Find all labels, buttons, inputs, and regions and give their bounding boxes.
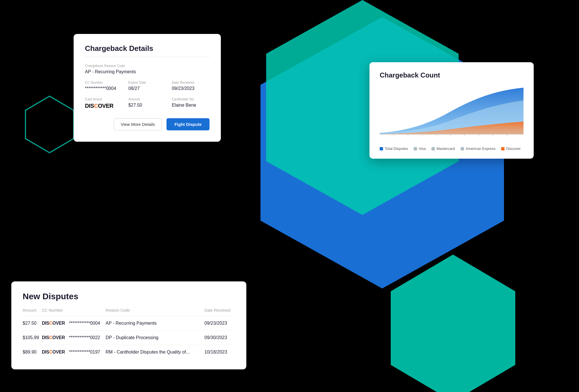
chargeback-details-card: Chargeback Details Chargeback Reason Cod… <box>74 34 221 142</box>
card-brand-field: Card brand DISCOVER <box>85 97 123 109</box>
expire-date-field: Expire Date 08/27 <box>128 81 166 91</box>
discover-badge-3: DISCOVER <box>42 350 65 354</box>
legend-dot-mastercard <box>431 147 435 150</box>
fight-dispute-button[interactable]: Fight Dispute <box>166 118 210 130</box>
row-1-reason: AP - Recurring Payments <box>106 316 204 331</box>
table-row[interactable]: $27.50 DISCOVER ************0004 AP - Re… <box>23 316 235 331</box>
card-divider <box>85 57 210 57</box>
amount-value: $27.50 <box>128 103 166 108</box>
legend-visa: Visa <box>414 147 426 151</box>
legend-mastercard: Mastercard <box>431 147 455 151</box>
legend-label-discover: Discover <box>506 147 521 151</box>
view-more-details-button[interactable]: View More Details <box>114 118 162 130</box>
discover-badge-1: DISCOVER <box>42 321 65 326</box>
row-3-date: 10/18/2023 <box>204 345 235 359</box>
legend-label-mastercard: Mastercard <box>437 147 455 151</box>
expire-date-label: Expire Date <box>128 81 166 85</box>
discover-badge-2: DISCOVER <box>42 335 65 340</box>
chart-legend: Total Disputes Visa Mastercard American … <box>380 147 524 151</box>
amount-label: Amount <box>128 97 166 101</box>
col-reason-code: Reason Code <box>106 308 204 316</box>
row-1-amount: $27.50 <box>23 316 42 331</box>
row-1-date: 09/23/2023 <box>204 316 235 331</box>
chart-area <box>380 85 524 141</box>
new-disputes-card: New Disputes Amount CC Number Reason Cod… <box>11 281 246 369</box>
legend-dot-discover <box>501 147 505 150</box>
row-2-cc: ************0022 <box>69 331 106 345</box>
field-row-3: Card brand DISCOVER Amount $27.50 Cardho… <box>85 97 210 109</box>
legend-label-visa: Visa <box>419 147 426 151</box>
card-actions: View More Details Fight Dispute <box>85 118 210 130</box>
reason-code-value: AP - Recurring Payments <box>85 69 210 74</box>
cardholder-field: Cardholder Na Elaine Bene <box>172 97 210 109</box>
legend-discover: Discover <box>501 147 521 151</box>
row-3-brand: DISCOVER <box>42 345 69 359</box>
cc-number-field: CC Number ************0004 <box>85 81 123 91</box>
date-received-label: Date Received <box>172 81 210 85</box>
amount-field: Amount $27.50 <box>128 97 166 109</box>
cc-number-value: ************0004 <box>85 86 123 91</box>
table-row[interactable]: $105.99 DISCOVER ************0022 DP - D… <box>23 331 235 345</box>
row-1-cc: ************0004 <box>69 316 106 331</box>
row-2-reason: DP - Duplicate Processing <box>106 331 204 345</box>
card-details-title: Chargeback Details <box>85 44 210 53</box>
disputes-table: Amount CC Number Reason Code Date Receiv… <box>23 308 235 359</box>
date-received-value: 09/23/2023 <box>172 86 210 91</box>
reason-code-field: Chargeback Reason Code AP - Recurring Pa… <box>85 64 210 74</box>
svg-marker-2 <box>391 255 515 392</box>
row-2-brand: DISCOVER <box>42 331 69 345</box>
col-cc-number: CC Number <box>42 308 106 316</box>
disputes-title: New Disputes <box>23 292 235 301</box>
cc-number-label: CC Number <box>85 81 123 85</box>
cardholder-value: Elaine Bene <box>172 103 210 108</box>
row-3-amount: $89.90 <box>23 345 42 359</box>
legend-dot-amex <box>461 147 464 150</box>
reason-code-label: Chargeback Reason Code <box>85 64 210 68</box>
col-amount: Amount <box>23 308 42 316</box>
row-2-amount: $105.99 <box>23 331 42 345</box>
expire-date-value: 08/27 <box>128 86 166 91</box>
svg-marker-3 <box>25 96 74 153</box>
row-3-reason: RM - Cardholder Disputes the Quality of.… <box>106 345 204 359</box>
col-date-received: Date Received <box>204 308 235 316</box>
chart-title: Chargeback Count <box>380 71 524 79</box>
legend-label-total: Total Disputes <box>385 147 408 151</box>
card-brand-logo: DISCOVER <box>85 103 123 109</box>
row-3-cc: ************0197 <box>69 345 106 359</box>
table-row[interactable]: $89.90 DISCOVER ************0197 RM - Ca… <box>23 345 235 359</box>
legend-amex: American Express <box>461 147 495 151</box>
field-row-1: Chargeback Reason Code AP - Recurring Pa… <box>85 64 210 74</box>
card-brand-label: Card brand <box>85 97 123 101</box>
date-received-field: Date Received 09/23/2023 <box>172 81 210 91</box>
legend-label-amex: American Express <box>466 147 495 151</box>
row-1-brand: DISCOVER <box>42 316 69 331</box>
chargeback-count-card: Chargeback Count <box>369 62 534 159</box>
legend-total-disputes: Total Disputes <box>380 147 408 151</box>
table-header-row: Amount CC Number Reason Code Date Receiv… <box>23 308 235 316</box>
legend-dot-visa <box>414 147 417 150</box>
legend-dot-total <box>380 147 383 150</box>
cardholder-label: Cardholder Na <box>172 97 210 101</box>
row-2-date: 09/30/2023 <box>204 331 235 345</box>
field-row-2: CC Number ************0004 Expire Date 0… <box>85 81 210 91</box>
